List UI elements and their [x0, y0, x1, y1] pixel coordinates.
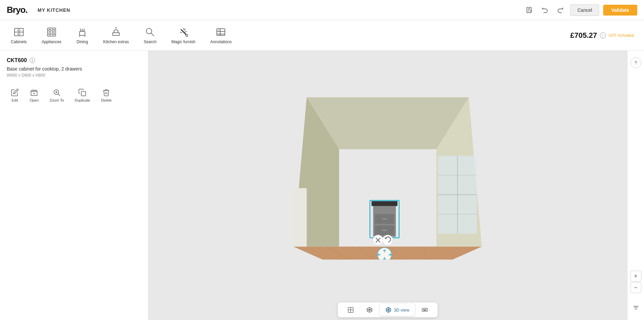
edit-button[interactable]: Edit — [7, 86, 23, 105]
svg-point-7 — [17, 30, 18, 30]
svg-line-29 — [184, 29, 185, 30]
svg-rect-12 — [49, 29, 51, 31]
magic-furnish-icon — [178, 27, 189, 37]
edit-label: Edit — [12, 98, 18, 102]
main-content: CKT600 i Base cabinet for cooktop, 2 dra… — [0, 51, 644, 320]
duplicate-icon — [78, 88, 86, 97]
toolbar-item-appliances[interactable]: Appliances — [34, 23, 69, 48]
zoom-to-button[interactable]: Zoom To — [46, 86, 68, 105]
toolbar-item-kitchen-extras[interactable]: Kitchen extras — [96, 23, 136, 48]
svg-line-19 — [84, 29, 84, 31]
zoom-to-icon — [53, 88, 61, 97]
svg-point-82 — [425, 309, 427, 311]
header: Bryo. MY KITCHEN Cancel Validate — [0, 0, 644, 20]
svg-rect-67 — [382, 218, 387, 219]
svg-line-17 — [80, 29, 81, 31]
app-logo: Bryo. — [7, 5, 27, 15]
notes-button[interactable] — [524, 4, 535, 16]
view-btn-vr[interactable] — [416, 304, 434, 316]
cabinet-icon — [13, 27, 24, 37]
svg-rect-14 — [49, 33, 51, 35]
svg-line-26 — [151, 33, 154, 36]
toolbar-label-dining: Dining — [77, 39, 88, 44]
svg-point-73 — [383, 235, 393, 245]
delete-button[interactable]: Delete — [97, 86, 116, 105]
open-label: Open — [30, 98, 39, 102]
svg-point-25 — [146, 28, 152, 34]
view-controls: 3D view — [148, 300, 627, 320]
svg-line-30 — [180, 32, 182, 33]
open-button[interactable]: Open — [26, 86, 43, 105]
filter-icon — [631, 302, 641, 313]
validate-button[interactable]: Validate — [603, 5, 637, 16]
svg-rect-62 — [294, 188, 306, 246]
toolbar-item-search[interactable]: Search — [136, 23, 164, 48]
undo-button[interactable] — [539, 4, 551, 16]
svg-rect-13 — [52, 29, 54, 31]
right-sidebar: ? + − — [627, 51, 644, 320]
cancel-button[interactable]: Cancel — [570, 4, 599, 16]
toolbar-label-magic-furnish: Magic furnish — [171, 39, 195, 44]
room-scene — [270, 91, 506, 260]
svg-text:A: A — [218, 29, 219, 31]
toolbar: Cabinets Appliances Dining — [0, 20, 644, 51]
item-description: Base cabinet for cooktop, 2 drawers — [7, 66, 141, 72]
scene-container — [148, 51, 627, 300]
2d-iso-icon — [366, 306, 373, 313]
3d-icon — [385, 306, 392, 313]
header-actions: Cancel Validate — [524, 4, 637, 16]
svg-line-28 — [185, 31, 187, 32]
toolbar-label-annotations: Annotations — [210, 39, 232, 44]
svg-point-31 — [186, 34, 188, 36]
3d-view-label: 3D view — [394, 308, 409, 313]
price-amount: £705.27 — [570, 31, 597, 40]
help-button[interactable]: ? — [631, 57, 641, 68]
svg-rect-64 — [372, 201, 398, 206]
redo-button[interactable] — [555, 4, 566, 16]
svg-rect-22 — [113, 33, 119, 35]
toolbar-item-annotations[interactable]: A Annotations — [203, 23, 239, 48]
project-name: MY KITCHEN — [37, 7, 70, 13]
toolbar-item-dining[interactable]: Dining — [69, 23, 96, 48]
svg-rect-16 — [80, 31, 85, 35]
delete-icon — [102, 88, 110, 97]
svg-rect-68 — [382, 230, 387, 231]
filter-button[interactable] — [631, 302, 641, 313]
price-area: £705.27 i VAT included — [570, 31, 641, 40]
2d-top-icon — [347, 306, 354, 313]
toolbar-item-cabinets[interactable]: Cabinets — [3, 23, 34, 48]
open-icon — [30, 88, 38, 97]
price-info-icon[interactable]: i — [600, 32, 606, 38]
svg-line-27 — [183, 28, 184, 30]
item-actions: Edit Open — [7, 86, 141, 105]
toolbar-label-cabinets: Cabinets — [11, 39, 27, 44]
view-btn-2d-iso[interactable] — [361, 304, 378, 316]
item-code: CKT600 i — [7, 57, 141, 63]
svg-rect-47 — [81, 91, 86, 96]
vat-label: VAT included — [609, 33, 634, 38]
view-btn-2d-top[interactable] — [342, 304, 359, 316]
duplicate-button[interactable]: Duplicate — [71, 86, 94, 105]
zoom-in-button[interactable]: + — [631, 271, 641, 282]
svg-point-81 — [423, 309, 425, 311]
zoom-controls: + − — [631, 271, 641, 293]
edit-icon — [11, 88, 19, 97]
left-panel: CKT600 i Base cabinet for cooktop, 2 dra… — [0, 51, 148, 320]
svg-rect-11 — [48, 28, 56, 36]
toolbar-item-magic-furnish[interactable]: Magic furnish — [164, 23, 203, 48]
toolbar-label-search: Search — [144, 39, 156, 44]
toolbar-label-appliances: Appliances — [41, 39, 61, 44]
item-info-icon[interactable]: i — [30, 58, 35, 63]
svg-line-44 — [58, 94, 60, 96]
zoom-to-label: Zoom To — [50, 98, 64, 102]
view-btn-3d[interactable]: 3D view — [380, 304, 415, 316]
item-dimensions: W600 x D600 x H800 — [7, 73, 141, 78]
svg-point-9 — [17, 33, 18, 34]
toolbar-label-kitchen-extras: Kitchen extras — [103, 39, 129, 44]
svg-point-8 — [20, 30, 20, 30]
zoom-out-button[interactable]: − — [631, 282, 641, 293]
viewport[interactable]: 3D view — [148, 51, 627, 320]
svg-point-24 — [116, 27, 117, 28]
annotations-icon: A — [215, 27, 226, 37]
svg-rect-15 — [52, 33, 54, 35]
